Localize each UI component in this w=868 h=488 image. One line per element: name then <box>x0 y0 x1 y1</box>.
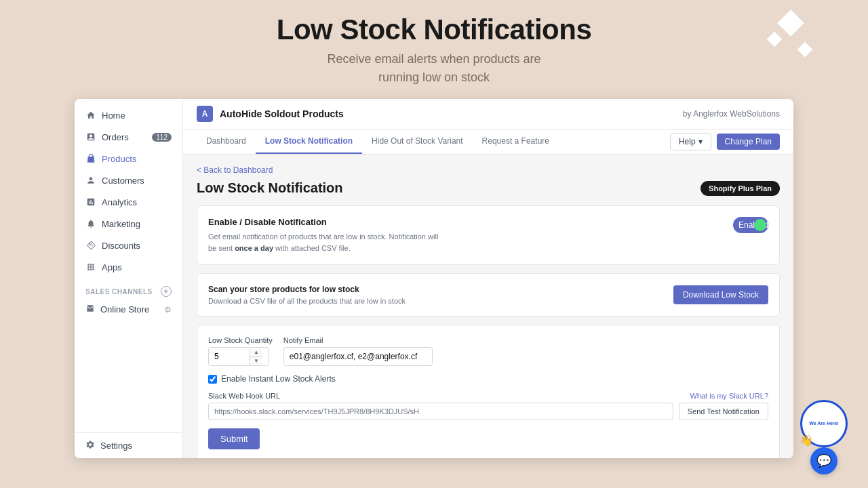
slack-webhook-input[interactable] <box>208 403 673 420</box>
slack-row: Slack Web Hook URL What is my Slack URL?… <box>208 392 768 420</box>
app-tabs: Dashboard Low Stock Notification Hide Ou… <box>183 129 793 155</box>
sidebar-item-products[interactable]: Products <box>75 148 182 169</box>
scan-card-inner: Scan your store products for low stock D… <box>208 285 768 305</box>
sidebar-item-discounts[interactable]: Discounts <box>75 235 182 256</box>
orders-badge: 112 <box>152 133 172 142</box>
sidebar-item-marketing[interactable]: Marketing <box>75 213 182 235</box>
sidebar-item-home[interactable]: Home <box>75 104 182 126</box>
back-link[interactable]: < Back to Dashboard <box>197 165 780 175</box>
app-header-right: by Anglerfox WebSolutions <box>683 109 780 119</box>
slack-input-row: Send Test Notification <box>208 403 768 420</box>
settings-icon <box>85 440 95 451</box>
form-card: Low Stock Quantity ▲ ▼ Notify Email <box>197 325 780 458</box>
app-header: A AutoHide Soldout Products by Anglerfox… <box>183 99 793 129</box>
slack-webhook-label: Slack Web Hook URL <box>208 392 280 400</box>
chat-badge-text: We Are Here! <box>809 421 839 426</box>
banner-subtitle: Receive email alerts when products areru… <box>0 50 868 87</box>
page-title: Low Stock Notification <box>197 180 343 196</box>
tabs-left: Dashboard Low Stock Notification Hide Ou… <box>197 129 559 154</box>
discounts-icon <box>85 240 96 251</box>
online-store-gear-icon[interactable]: ⚙ <box>164 305 172 314</box>
notification-card-inner: Enable / Disable Notification Get email … <box>208 217 768 253</box>
orders-icon <box>85 131 96 142</box>
toggle-container[interactable]: Enabled <box>733 217 768 233</box>
analytics-icon <box>85 197 96 207</box>
sidebar-item-customers[interactable]: Customers <box>75 169 182 191</box>
low-stock-qty-label: Low Stock Quantity <box>208 336 273 344</box>
sidebar-item-products-label: Products <box>102 154 136 164</box>
sidebar-item-customers-label: Customers <box>102 176 144 186</box>
slack-what-is-link[interactable]: What is my Slack URL? <box>690 392 768 400</box>
scan-card-description: Download a CSV file of all the products … <box>208 297 406 305</box>
chat-badge-circle: We Are Here! 👋 <box>800 400 848 447</box>
sidebar: Home Orders 112 Products Customers <box>75 99 183 458</box>
form-group-notify-email: Notify Email <box>283 336 433 366</box>
toggle-dot <box>754 219 766 231</box>
enable-notification-card: Enable / Disable Notification Get email … <box>197 205 780 265</box>
tab-low-stock-notification[interactable]: Low Stock Notification <box>256 129 362 154</box>
app-logo: A <box>197 106 213 122</box>
tab-request-feature[interactable]: Request a Feature <box>473 129 559 154</box>
sidebar-item-home-label: Home <box>102 110 125 121</box>
form-group-low-stock-qty: Low Stock Quantity ▲ ▼ <box>208 336 273 366</box>
apps-icon <box>85 262 96 272</box>
sales-channels-header: SALES CHANNELS + <box>75 278 182 300</box>
change-plan-button[interactable]: Change Plan <box>717 134 780 150</box>
chat-emoji: 👋 <box>800 434 813 447</box>
low-stock-qty-input-wrapper[interactable]: ▲ ▼ <box>208 347 269 366</box>
content-area: < Back to Dashboard Low Stock Notificati… <box>183 155 793 458</box>
sidebar-item-apps[interactable]: Apps <box>75 256 182 278</box>
sidebar-item-online-store[interactable]: Online Store ⚙ <box>75 300 182 319</box>
enable-card-title: Enable / Disable Notification <box>208 217 439 227</box>
marketing-icon <box>85 218 96 229</box>
sidebar-item-apps-label: Apps <box>102 262 122 272</box>
instant-alerts-label[interactable]: Enable Instant Low Stock Alerts <box>221 374 336 384</box>
send-test-notification-button[interactable]: Send Test Notification <box>679 403 768 420</box>
chat-widget: We Are Here! 👋 💬 <box>800 400 848 474</box>
app-frame: Home Orders 112 Products Customers <box>75 99 793 458</box>
sidebar-item-discounts-label: Discounts <box>102 241 140 251</box>
submit-button[interactable]: Submit <box>208 428 260 449</box>
home-icon <box>85 110 96 121</box>
sidebar-settings[interactable]: Settings <box>75 432 182 458</box>
app-title: AutoHide Soldout Products <box>220 108 344 119</box>
form-row-1: Low Stock Quantity ▲ ▼ Notify Email <box>208 336 768 366</box>
sidebar-item-orders[interactable]: Orders 112 <box>75 126 182 148</box>
settings-label: Settings <box>100 441 132 451</box>
sidebar-item-analytics-label: Analytics <box>102 197 137 207</box>
scan-card: Scan your store products for low stock D… <box>197 273 780 317</box>
download-low-stock-button[interactable]: Download Low Stock <box>673 285 768 304</box>
banner-title: Low Stock Notifications <box>0 14 868 46</box>
main-content: A AutoHide Soldout Products by Anglerfox… <box>183 99 793 458</box>
top-banner: Low Stock Notifications Receive email al… <box>0 0 868 94</box>
tab-dashboard[interactable]: Dashboard <box>197 129 256 154</box>
online-store-label: Online Store <box>100 304 149 314</box>
notification-card-text: Enable / Disable Notification Get email … <box>208 217 439 253</box>
sidebar-item-analytics[interactable]: Analytics <box>75 191 182 213</box>
sidebar-nav: Home Orders 112 Products Customers <box>75 99 182 432</box>
customers-icon <box>85 175 96 186</box>
qty-arrows: ▲ ▼ <box>250 348 262 365</box>
scan-card-title: Scan your store products for low stock <box>208 285 406 294</box>
low-stock-qty-input[interactable] <box>209 348 250 365</box>
instant-alerts-checkbox[interactable] <box>208 375 217 384</box>
app-header-left: A AutoHide Soldout Products <box>197 106 344 122</box>
chat-open-button[interactable]: 💬 <box>810 447 837 474</box>
tabs-right: Help ▾ Change Plan <box>670 133 780 150</box>
notify-email-input[interactable] <box>283 347 433 366</box>
sidebar-item-orders-label: Orders <box>102 132 129 142</box>
enable-card-description: Get email notification of products that … <box>208 231 439 253</box>
products-icon <box>85 153 96 164</box>
help-button[interactable]: Help ▾ <box>670 133 711 150</box>
chevron-down-icon: ▾ <box>698 137 703 146</box>
chat-badge: We Are Here! 👋 <box>800 400 848 447</box>
instant-alerts-row: Enable Instant Low Stock Alerts <box>208 374 768 384</box>
enabled-toggle[interactable]: Enabled <box>733 217 768 233</box>
qty-up-button[interactable]: ▲ <box>250 348 262 357</box>
notify-email-label: Notify Email <box>283 336 433 344</box>
qty-down-button[interactable]: ▼ <box>250 357 262 365</box>
tab-hide-out-of-stock[interactable]: Hide Out of Stock Variant <box>362 129 473 154</box>
slack-label-row: Slack Web Hook URL What is my Slack URL? <box>208 392 768 400</box>
add-sales-channel-button[interactable]: + <box>161 286 172 297</box>
store-icon <box>85 304 95 315</box>
